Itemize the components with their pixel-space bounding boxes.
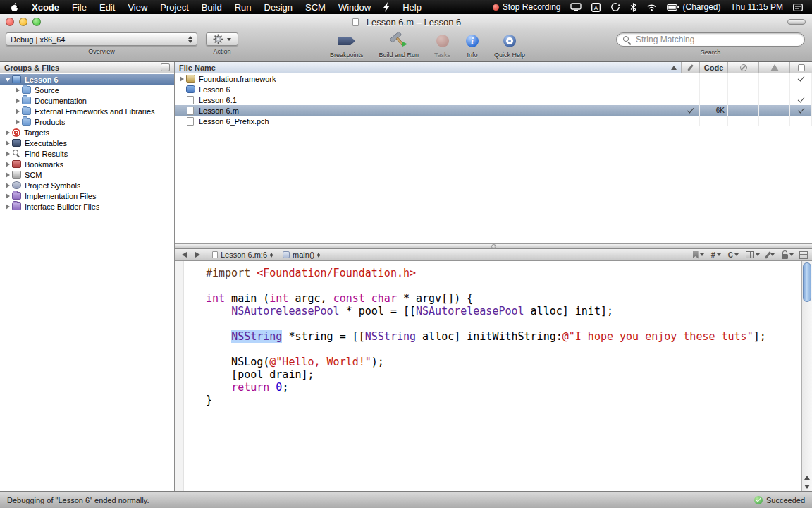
bookmark-button[interactable] — [693, 251, 704, 259]
disclosure-triangle[interactable] — [13, 109, 21, 114]
sidebar-pane-icon[interactable] — [161, 64, 170, 71]
file-name-label: Foundation.framework — [199, 75, 276, 83]
counterpart-button[interactable] — [746, 251, 760, 258]
column-header-code[interactable]: Code — [700, 62, 728, 73]
action-popup[interactable] — [206, 32, 238, 46]
column-header-target-membership[interactable] — [790, 62, 812, 73]
scroll-up-button[interactable] — [804, 476, 810, 480]
sidebar-item-targets[interactable]: Targets — [0, 127, 174, 138]
target-membership-cell[interactable] — [790, 105, 812, 116]
menu-project[interactable]: Project — [154, 0, 195, 14]
go-forward-button[interactable] — [195, 252, 200, 258]
editor-scrollbar[interactable] — [801, 261, 812, 491]
sidebar-item-label: Project Symbols — [25, 181, 80, 190]
title-bar[interactable]: Lesson 6.m – Lesson 6 — [0, 14, 812, 30]
menuextra-time-machine[interactable] — [605, 0, 625, 14]
target-membership-cell[interactable] — [790, 116, 812, 126]
disclosure-triangle[interactable] — [13, 87, 21, 93]
menu-design[interactable]: Design — [258, 0, 299, 14]
target-membership-cell[interactable] — [790, 95, 812, 105]
go-back-button[interactable] — [182, 252, 187, 258]
sidebar-item-external-frameworks-and-libraries[interactable]: External Frameworks and Libraries — [0, 106, 174, 116]
lock-button[interactable] — [782, 250, 794, 259]
toolbar-toggle-button[interactable] — [787, 19, 806, 25]
column-header-file-name[interactable]: File Name — [175, 62, 682, 73]
class-browser-button[interactable] — [728, 251, 739, 259]
sidebar-item-source[interactable]: Source — [0, 85, 174, 95]
build-and-run-button[interactable]: Build and Run — [379, 32, 419, 59]
sidebar-item-bookmarks[interactable]: Bookmarks — [0, 159, 174, 169]
file-row-foundation-framework[interactable]: Foundation.framework — [175, 73, 812, 84]
disclosure-triangle[interactable] — [4, 162, 11, 167]
scrollbar-thumb[interactable] — [803, 262, 811, 302]
hash-button[interactable] — [711, 250, 721, 259]
disclosure-triangle[interactable] — [178, 76, 185, 82]
sidebar-item-interface-builder-files[interactable]: Interface Builder Files — [0, 201, 174, 212]
breakpoints-button[interactable]: Breakpoints — [330, 32, 364, 59]
disclosure-triangle[interactable] — [13, 98, 21, 104]
menuextra-display[interactable] — [565, 0, 586, 14]
menu-help[interactable]: Help — [396, 0, 428, 14]
target-membership-cell[interactable] — [790, 84, 812, 95]
menu-edit[interactable]: Edit — [93, 0, 121, 14]
sidebar-item-products[interactable]: Products — [0, 116, 174, 127]
disclosure-triangle[interactable] — [4, 140, 11, 146]
file-row-lesson-6-1[interactable]: Lesson 6.1 — [175, 95, 812, 105]
split-editor-button[interactable] — [799, 251, 808, 259]
target-membership-cell[interactable] — [790, 73, 812, 84]
close-button[interactable] — [6, 18, 14, 26]
overview-popup[interactable]: Debug | x86_64 — [6, 32, 197, 46]
editor-gutter[interactable] — [175, 261, 184, 491]
sidebar-item-find-results[interactable]: Find Results — [0, 148, 174, 159]
column-header-build-status[interactable] — [682, 62, 700, 73]
quick-help-button[interactable]: Quick Help — [494, 32, 525, 59]
menu-view[interactable]: View — [121, 0, 154, 14]
column-header-errors[interactable] — [728, 62, 759, 73]
disclosure-triangle[interactable] — [4, 183, 11, 188]
code-editor[interactable]: #import <Foundation/Foundation.h>int mai… — [184, 261, 801, 491]
menu-build[interactable]: Build — [195, 0, 228, 14]
menu-scm[interactable]: SCM — [299, 0, 332, 14]
menu-xcode[interactable]: Xcode — [25, 0, 66, 14]
search-input[interactable]: String Matching — [616, 32, 805, 47]
minimize-button[interactable] — [19, 18, 27, 26]
tasks-button[interactable]: Tasks — [434, 32, 450, 59]
sidebar-item-executables[interactable]: Executables — [0, 138, 174, 148]
sidebar-item-implementation-files[interactable]: Implementation Files — [0, 190, 174, 201]
sidebar-header[interactable]: Groups & Files — [0, 62, 174, 73]
menuextra-input-menu[interactable]: A — [586, 0, 605, 14]
menu-stop-recording[interactable]: Stop Recording — [488, 0, 566, 14]
disclosure-triangle[interactable] — [4, 204, 11, 210]
menu-clock[interactable]: Thu 11:15 PM — [726, 0, 788, 14]
disclosure-triangle[interactable] — [4, 78, 11, 82]
symbol-popup[interactable]: main() — [279, 250, 324, 259]
info-button[interactable]: Info — [466, 32, 479, 59]
menu-file[interactable]: File — [66, 0, 93, 14]
disclosure-triangle[interactable] — [13, 119, 21, 125]
file-history-popup[interactable]: Lesson 6.m:6 — [209, 250, 276, 259]
disclosure-triangle[interactable] — [4, 172, 11, 178]
menuextra-airport[interactable] — [641, 0, 662, 14]
zoom-button[interactable] — [32, 18, 41, 26]
horizontal-splitter[interactable] — [175, 243, 812, 249]
sidebar-item-project-symbols[interactable]: Project Symbols — [0, 180, 174, 190]
sidebar-item-lesson-6[interactable]: Lesson 6 — [0, 74, 174, 85]
menu-run[interactable]: Run — [228, 0, 258, 14]
disclosure-triangle[interactable] — [4, 193, 11, 199]
menu-window[interactable]: Window — [332, 0, 377, 14]
file-row-lesson-6-prefix-pch[interactable]: Lesson 6_Prefix.pch — [175, 116, 812, 126]
disclosure-triangle[interactable] — [4, 130, 11, 135]
file-row-lesson-6[interactable]: Lesson 6 — [175, 84, 812, 95]
scroll-down-button[interactable] — [804, 485, 810, 489]
pencil-button[interactable] — [767, 251, 775, 259]
menuextra-user-switch[interactable] — [788, 0, 808, 14]
menuextra-battery[interactable]: (Charged) — [662, 0, 725, 14]
menu-lightning[interactable] — [377, 0, 396, 14]
sidebar-item-scm[interactable]: SCM — [0, 169, 174, 180]
menuextra-bluetooth[interactable] — [625, 0, 641, 14]
column-header-warnings[interactable] — [759, 62, 790, 73]
menu-apple-logo[interactable] — [4, 0, 25, 14]
sidebar-item-documentation[interactable]: Documentation — [0, 95, 174, 106]
disclosure-triangle[interactable] — [4, 151, 11, 157]
file-row-lesson-6-m[interactable]: Lesson 6.m6K — [175, 105, 812, 116]
